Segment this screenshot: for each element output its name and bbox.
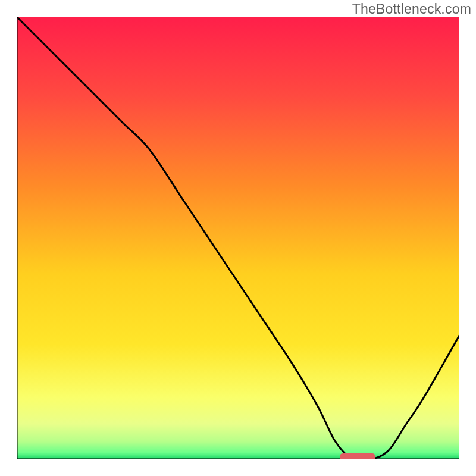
chart-plot [17, 17, 459, 459]
chart-svg [17, 17, 459, 459]
optimal-marker [340, 453, 375, 459]
watermark-text: TheBottleneck.com [352, 1, 471, 17]
chart-stage: TheBottleneck.com [0, 0, 476, 476]
